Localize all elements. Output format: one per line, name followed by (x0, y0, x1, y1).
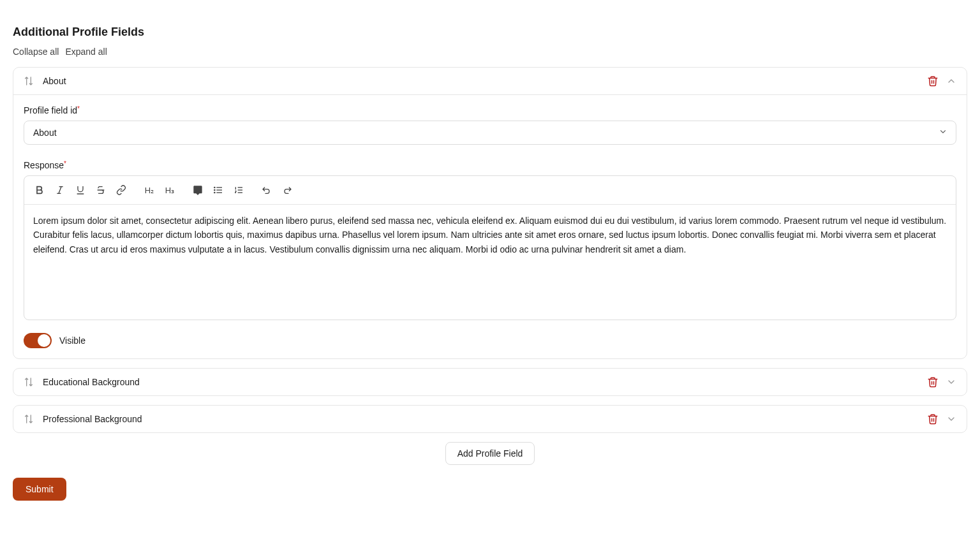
trash-icon[interactable] (927, 413, 939, 425)
trash-icon[interactable] (927, 75, 939, 87)
drag-handle-icon[interactable] (24, 414, 34, 424)
profile-field-select[interactable]: About (24, 121, 956, 145)
bold-button[interactable] (31, 181, 48, 199)
expand-controls: Collapse all Expand all (13, 47, 967, 57)
page-title: Additional Profile Fields (13, 26, 967, 39)
required-asterisk: * (64, 160, 66, 167)
trash-icon[interactable] (927, 376, 939, 388)
svg-point-8 (214, 192, 215, 193)
required-asterisk: * (77, 105, 80, 112)
heading2-button[interactable]: H₂ (140, 181, 158, 199)
comment-button[interactable] (189, 181, 207, 199)
profile-field-select-wrapper: About (24, 121, 956, 145)
rich-text-editor: H₂ H₃ (24, 175, 956, 320)
accordion-header-about[interactable]: About (13, 68, 967, 94)
chevron-down-icon[interactable] (946, 377, 956, 387)
editor-toolbar: H₂ H₃ (24, 176, 956, 205)
svg-line-2 (59, 187, 61, 194)
editor-content[interactable]: Lorem ipsum dolor sit amet, consectetur … (24, 205, 956, 320)
toggle-knob (38, 334, 50, 347)
accordion-title: Educational Background (43, 377, 927, 387)
profile-field-id-label: Profile field id* (24, 105, 956, 115)
underline-button[interactable] (71, 181, 89, 199)
bullet-list-button[interactable] (209, 181, 227, 199)
submit-button[interactable]: Submit (13, 478, 66, 501)
accordion-title: About (43, 76, 927, 86)
accordion-header-educational[interactable]: Educational Background (13, 369, 967, 395)
visible-toggle[interactable] (24, 333, 52, 348)
chevron-up-icon[interactable] (946, 76, 956, 86)
numbered-list-button[interactable] (230, 181, 248, 199)
svg-point-6 (214, 187, 215, 188)
italic-button[interactable] (51, 181, 69, 199)
collapse-all-link[interactable]: Collapse all (13, 47, 59, 57)
heading2-text: H₂ (145, 186, 154, 195)
page-container: Additional Profile Fields Collapse all E… (13, 13, 967, 513)
expand-all-link[interactable]: Expand all (65, 47, 107, 57)
accordion-body-about: Profile field id* About Response* (13, 94, 967, 358)
drag-handle-icon[interactable] (24, 377, 34, 387)
add-profile-field-button[interactable]: Add Profile Field (445, 442, 535, 465)
heading3-button[interactable]: H₃ (161, 181, 179, 199)
redo-button[interactable] (278, 181, 296, 199)
drag-handle-icon[interactable] (24, 76, 34, 86)
undo-button[interactable] (258, 181, 276, 199)
profile-field-id-label-text: Profile field id (24, 105, 77, 115)
response-label: Response* (24, 160, 956, 170)
heading3-text: H₃ (165, 186, 174, 195)
accordion-header-professional[interactable]: Professional Background (13, 406, 967, 432)
accordion-item-about: About Profile field id* About (13, 67, 967, 359)
visible-toggle-row: Visible (24, 333, 956, 348)
add-button-row: Add Profile Field (13, 442, 967, 465)
accordion-title: Professional Background (43, 414, 927, 424)
svg-point-7 (214, 189, 215, 190)
strikethrough-button[interactable] (92, 181, 110, 199)
chevron-down-icon[interactable] (946, 414, 956, 424)
accordion-item-professional: Professional Background (13, 405, 967, 433)
link-button[interactable] (112, 181, 130, 199)
visible-label: Visible (59, 335, 85, 346)
response-label-text: Response (24, 160, 64, 170)
accordion-item-educational: Educational Background (13, 368, 967, 396)
